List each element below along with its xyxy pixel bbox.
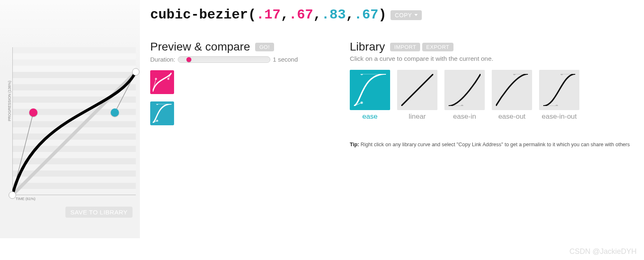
p2y-value: .67: [354, 7, 378, 23]
save-to-library-button[interactable]: SAVE TO LIBRARY: [65, 207, 133, 218]
p2x-value: .83: [321, 7, 346, 23]
curve-svg: [12, 47, 136, 220]
preview-compare-curve[interactable]: [150, 101, 174, 125]
formula-prefix: cubic-bezier(: [150, 7, 256, 23]
library-item-ease-out[interactable]: ease-out: [492, 70, 532, 121]
duration-label: Duration:: [150, 56, 175, 63]
svg-point-14: [360, 74, 363, 75]
svg-point-23: [556, 105, 558, 106]
library-section: Library IMPORT EXPORT Click on a curve t…: [350, 40, 638, 121]
y-axis-label: PROGRESSION (136%): [7, 81, 12, 121]
library-item-label: linear: [397, 113, 437, 121]
svg-point-5: [155, 78, 157, 80]
library-grid: ease linear ease-in ease-out ease-in-out: [350, 70, 638, 121]
handle-p2[interactable]: [111, 108, 119, 117]
watermark: CSDN @JackieDYH: [570, 247, 637, 256]
library-item-linear[interactable]: linear: [397, 70, 437, 121]
library-tip: Tip: Right click on any library curve an…: [350, 142, 630, 147]
library-item-label: ease-in: [444, 113, 485, 121]
curve-editor[interactable]: PROGRESSION (136%) TIME (61%): [12, 72, 136, 195]
duration-slider[interactable]: [178, 56, 270, 63]
library-item-ease[interactable]: ease: [350, 70, 390, 121]
preview-current-curve[interactable]: [150, 70, 174, 94]
p1x-value: .17: [256, 7, 280, 23]
curve-editor-panel: PROGRESSION (136%) TIME (61%) SAVE TO LI…: [0, 0, 140, 238]
preview-section: Preview & compare GO! Duration: 1 second: [150, 40, 339, 129]
copy-label: COPY: [395, 12, 412, 18]
handle-p1[interactable]: [29, 108, 37, 117]
library-helper: Click on a curve to compare it with the …: [350, 55, 638, 62]
endpoint-end: [132, 68, 139, 76]
formula-suffix: ): [379, 7, 387, 23]
bezier-formula: cubic-bezier(.17,.67,.83,.67) COPY: [150, 7, 422, 23]
svg-point-24: [560, 74, 563, 75]
import-button[interactable]: IMPORT: [390, 43, 420, 51]
library-item-label: ease-out: [492, 113, 532, 121]
chevron-down-icon: [414, 14, 418, 16]
slider-knob[interactable]: [186, 57, 191, 62]
library-item-label: ease: [350, 113, 390, 121]
library-item-label: ease-in-out: [539, 113, 579, 121]
duration-value: 1 second: [273, 56, 298, 63]
svg-point-10: [156, 104, 158, 105]
p1y-value: .67: [289, 7, 313, 23]
preview-heading: Preview & compare: [150, 40, 250, 53]
svg-point-20: [513, 74, 516, 75]
export-button[interactable]: EXPORT: [422, 43, 453, 51]
svg-point-16: [461, 105, 463, 106]
go-button[interactable]: GO!: [255, 43, 274, 51]
copy-button[interactable]: COPY: [391, 10, 422, 20]
endpoint-start: [9, 191, 16, 199]
svg-point-9: [156, 120, 158, 122]
library-item-ease-in[interactable]: ease-in: [444, 70, 485, 121]
svg-point-13: [360, 101, 363, 104]
library-item-ease-in-out[interactable]: ease-in-out: [539, 70, 579, 121]
library-heading: Library: [350, 40, 385, 53]
svg-point-6: [167, 78, 170, 80]
